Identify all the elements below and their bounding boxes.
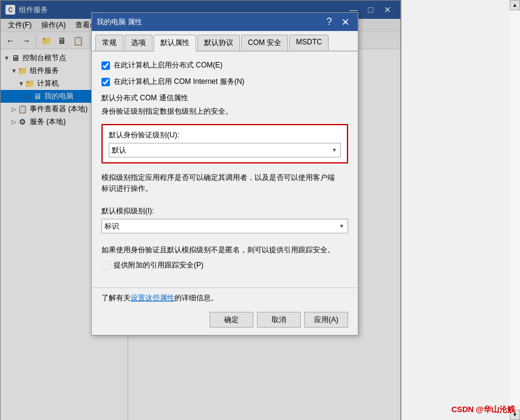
ok-button[interactable]: 确定 xyxy=(210,312,253,328)
dialog-body: 在此计算机上启用分布式 COM(E) 在此计算机上启用 COM Internet… xyxy=(92,52,358,285)
auth-field-label: 默认身份验证级别(U): xyxy=(109,130,341,140)
com-properties-title: 默认分布式 COM 通信属性 xyxy=(101,93,348,103)
scrollbar: ▲ ▼ xyxy=(510,0,520,420)
tab-com-security[interactable]: COM 安全 xyxy=(241,35,288,50)
footer-text-before: 了解有关 xyxy=(101,294,131,302)
enable-internet-checkbox[interactable] xyxy=(101,78,110,86)
auth-field-group: 默认身份验证级别(U): 默认 无 连接 调用 数据包 数据包完整性 数据包保密… xyxy=(101,124,348,164)
properties-dialog: 我的电脑 属性 ? ✕ 常规 选项 默认属性 默认协议 COM 安全 MSDTC… xyxy=(91,12,358,336)
enable-com-checkbox[interactable] xyxy=(101,61,110,70)
anon-desc: 如果使用身份验证且默认模拟级别不是匿名，则可以提供引用跟踪安全。 xyxy=(101,244,348,255)
watermark: CSDN @华山沦贱 xyxy=(451,404,515,415)
enable-com-row: 在此计算机上启用分布式 COM(E) xyxy=(101,60,348,71)
scrollbar-track xyxy=(510,10,520,410)
dialog-buttons: 确定 取消 应用(A) xyxy=(92,306,358,335)
tab-default-protocol[interactable]: 默认协议 xyxy=(197,35,240,50)
tab-msdtc[interactable]: MSDTC xyxy=(289,35,329,50)
impersonate-field-label: 默认模拟级别(I): xyxy=(101,206,348,216)
enable-internet-label: 在此计算机上启用 COM Internet 服务(N) xyxy=(114,77,244,87)
dialog-help-button[interactable]: ? xyxy=(321,16,337,28)
scrollbar-up[interactable]: ▲ xyxy=(510,0,520,10)
impersonate-field-group: 默认模拟级别(I): 标识 匿名 模拟 委托 xyxy=(101,204,348,236)
auth-desc: 身份验证级别指定数据包级别上的安全。 xyxy=(101,106,348,117)
apply-button[interactable]: 应用(A) xyxy=(304,312,348,328)
crossref-label: 提供附加的引用跟踪安全(P) xyxy=(114,260,204,270)
tab-general[interactable]: 常规 xyxy=(95,35,123,50)
impersonate-desc: 模拟级别指定应用程序是否可以确定其调用者，以及是否可以使用客户端 标识进行操作。 xyxy=(101,172,348,194)
footer-link[interactable]: 设置这些属性 xyxy=(131,294,174,302)
auth-level-select[interactable]: 默认 无 连接 调用 数据包 数据包完整性 数据包保密性 xyxy=(109,143,341,157)
dialog-tabs: 常规 选项 默认属性 默认协议 COM 安全 MSDTC xyxy=(92,31,358,52)
enable-internet-row: 在此计算机上启用 COM Internet 服务(N) xyxy=(101,77,348,87)
tab-options[interactable]: 选项 xyxy=(125,35,152,50)
impersonate-level-select[interactable]: 标识 匿名 模拟 委托 xyxy=(101,219,348,233)
footer-text-after: 的详细信息。 xyxy=(174,294,218,302)
impersonate-desc1: 模拟级别指定应用程序是否可以确定其调用者，以及是否可以使用客户端 xyxy=(101,173,335,182)
dialog-footer-info: 了解有关设置这些属性的详细信息。 xyxy=(92,287,358,306)
crossref-checkbox[interactable] xyxy=(101,261,110,270)
impersonate-desc2: 标识进行操作。 xyxy=(101,184,152,193)
tab-default-properties[interactable]: 默认属性 xyxy=(154,35,196,52)
auth-select-wrapper: 默认 无 连接 调用 数据包 数据包完整性 数据包保密性 xyxy=(109,143,341,157)
dialog-title: 我的电脑 属性 xyxy=(97,17,321,27)
crossref-row: 提供附加的引用跟踪安全(P) xyxy=(101,260,348,270)
dialog-close-button[interactable]: ✕ xyxy=(337,16,353,28)
cancel-button[interactable]: 取消 xyxy=(257,312,301,328)
dialog-titlebar: 我的电脑 属性 ? ✕ xyxy=(92,13,358,31)
right-sidebar: ▲ ▼ xyxy=(401,0,520,420)
enable-com-label: 在此计算机上启用分布式 COM(E) xyxy=(114,60,222,71)
impersonate-select-wrapper: 标识 匿名 模拟 委托 xyxy=(101,219,348,233)
